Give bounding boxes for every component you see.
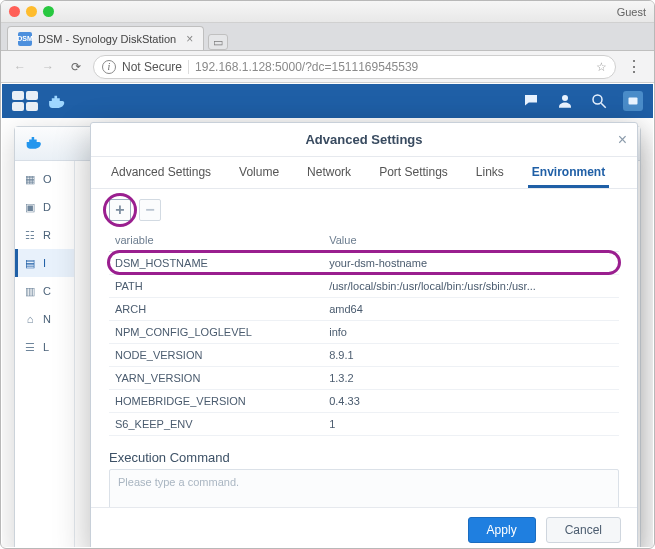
env-value-cell[interactable]: 8.9.1: [323, 344, 619, 367]
col-header-value[interactable]: Value: [323, 229, 619, 252]
sidebar-item-dsm[interactable]: ▣D: [15, 193, 74, 221]
env-variable-cell[interactable]: NODE_VERSION: [109, 344, 323, 367]
registry-icon: ☷: [23, 228, 37, 242]
tab-environment[interactable]: Environment: [528, 159, 609, 188]
url-text: 192.168.1.128:5000/?dc=1511169545539: [188, 60, 418, 74]
env-row[interactable]: S6_KEEP_ENV1: [109, 413, 619, 436]
sidebar-item-registry[interactable]: ☷R: [15, 221, 74, 249]
browser-tab[interactable]: DSM DSM - Synology DiskStation ×: [7, 26, 204, 50]
image-icon: ▤: [23, 256, 37, 270]
sidebar-item-label: O: [43, 173, 52, 185]
svg-point-1: [593, 95, 602, 104]
tab-port-settings[interactable]: Port Settings: [375, 159, 452, 188]
env-value-cell[interactable]: info: [323, 321, 619, 344]
docker-taskbar-icon[interactable]: [46, 91, 70, 111]
network-icon: ⌂: [23, 312, 37, 326]
address-bar[interactable]: i Not Secure 192.168.1.128:5000/?dc=1511…: [93, 55, 616, 79]
docker-logo-icon: [25, 134, 45, 154]
site-info-icon[interactable]: i: [102, 60, 116, 74]
widgets-icon[interactable]: [623, 91, 643, 111]
cancel-button[interactable]: Cancel: [546, 517, 621, 543]
env-row[interactable]: NODE_VERSION8.9.1: [109, 344, 619, 367]
env-variable-cell[interactable]: DSM_HOSTNAME: [109, 252, 323, 275]
env-value-cell[interactable]: 1.3.2: [323, 367, 619, 390]
env-variable-cell[interactable]: S6_KEEP_ENV: [109, 413, 323, 436]
env-variable-cell[interactable]: PATH: [109, 275, 323, 298]
sidebar-item-label: L: [43, 341, 49, 353]
page-viewport: — ▢ × ▦O▣D☷R▤I▥C⌂N☰L 9 MB Advanced Setti…: [2, 84, 653, 547]
execution-command-input[interactable]: Please type a command.: [109, 469, 619, 507]
tab-advanced-settings[interactable]: Advanced Settings: [107, 159, 215, 188]
modal-title: Advanced Settings: [305, 132, 422, 147]
execution-command-heading: Execution Command: [109, 450, 619, 469]
favicon-icon: DSM: [18, 32, 32, 46]
dsm-topbar: [2, 84, 653, 118]
sidebar-item-label: C: [43, 285, 51, 297]
svg-line-2: [601, 103, 606, 108]
advanced-settings-modal: Advanced Settings × Advanced SettingsVol…: [90, 122, 638, 547]
app-launcher-icon[interactable]: [12, 91, 38, 111]
modal-close-button[interactable]: ×: [618, 131, 627, 149]
reload-button[interactable]: ⟳: [65, 56, 87, 78]
browser-menu-icon[interactable]: ⋮: [622, 57, 646, 76]
env-row[interactable]: PATH/usr/local/sbin:/usr/local/bin:/usr/…: [109, 275, 619, 298]
back-button[interactable]: ←: [9, 56, 31, 78]
add-remove-toolbar: + −: [109, 197, 619, 229]
browser-tabstrip: DSM DSM - Synology DiskStation × ▭: [1, 23, 654, 51]
col-header-variable[interactable]: variable: [109, 229, 323, 252]
tab-volume[interactable]: Volume: [235, 159, 283, 188]
tab-close-icon[interactable]: ×: [186, 32, 193, 46]
sidebar-item-label: I: [43, 257, 46, 269]
container-icon: ▥: [23, 284, 37, 298]
forward-button[interactable]: →: [37, 56, 59, 78]
user-icon[interactable]: [555, 91, 575, 111]
bookmark-icon[interactable]: ☆: [596, 60, 607, 74]
grid-icon: ▦: [23, 172, 37, 186]
browser-toolbar: ← → ⟳ i Not Secure 192.168.1.128:5000/?d…: [1, 51, 654, 83]
modal-footer: Apply Cancel: [91, 507, 637, 547]
browser-tab-title: DSM - Synology DiskStation: [38, 33, 176, 45]
sidebar-item-log[interactable]: ☰L: [15, 333, 74, 361]
sidebar-item-network[interactable]: ⌂N: [15, 305, 74, 333]
sidebar-item-label: R: [43, 229, 51, 241]
env-row[interactable]: NPM_CONFIG_LOGLEVELinfo: [109, 321, 619, 344]
new-tab-button[interactable]: ▭: [208, 34, 228, 50]
env-row[interactable]: HOMEBRIDGE_VERSION0.4.33: [109, 390, 619, 413]
sidebar-item-image[interactable]: ▤I: [15, 249, 74, 277]
maximize-window-button[interactable]: [43, 6, 54, 17]
env-variable-cell[interactable]: ARCH: [109, 298, 323, 321]
svg-point-0: [562, 95, 568, 101]
window-titlebar: Guest: [1, 1, 654, 23]
add-row-button[interactable]: +: [109, 199, 131, 221]
chat-icon[interactable]: [521, 91, 541, 111]
env-value-cell[interactable]: /usr/local/sbin:/usr/local/bin:/usr/sbin…: [323, 275, 619, 298]
env-variables-table: variable Value DSM_HOSTNAMEyour-dsm-host…: [109, 229, 619, 436]
tab-links[interactable]: Links: [472, 159, 508, 188]
search-icon[interactable]: [589, 91, 609, 111]
env-value-cell[interactable]: 0.4.33: [323, 390, 619, 413]
dsm-icon: ▣: [23, 200, 37, 214]
env-value-cell[interactable]: 1: [323, 413, 619, 436]
env-value-cell[interactable]: amd64: [323, 298, 619, 321]
env-row[interactable]: ARCHamd64: [109, 298, 619, 321]
env-variable-cell[interactable]: HOMEBRIDGE_VERSION: [109, 390, 323, 413]
env-variable-cell[interactable]: YARN_VERSION: [109, 367, 323, 390]
not-secure-label: Not Secure: [122, 60, 182, 74]
remove-row-button[interactable]: −: [139, 199, 161, 221]
close-window-button[interactable]: [9, 6, 20, 17]
docker-sidebar: ▦O▣D☷R▤I▥C⌂N☰L: [15, 161, 75, 547]
minimize-window-button[interactable]: [26, 6, 37, 17]
sidebar-item-label: D: [43, 201, 51, 213]
apply-button[interactable]: Apply: [468, 517, 536, 543]
env-row[interactable]: DSM_HOSTNAMEyour-dsm-hostname: [109, 252, 619, 275]
modal-header: Advanced Settings ×: [91, 123, 637, 157]
sidebar-item-label: N: [43, 313, 51, 325]
sidebar-item-grid[interactable]: ▦O: [15, 165, 74, 193]
sidebar-item-container[interactable]: ▥C: [15, 277, 74, 305]
env-row[interactable]: YARN_VERSION1.3.2: [109, 367, 619, 390]
env-value-cell[interactable]: your-dsm-hostname: [323, 252, 619, 275]
browser-window: Guest DSM DSM - Synology DiskStation × ▭…: [0, 0, 655, 549]
profile-label[interactable]: Guest: [617, 6, 646, 18]
tab-network[interactable]: Network: [303, 159, 355, 188]
env-variable-cell[interactable]: NPM_CONFIG_LOGLEVEL: [109, 321, 323, 344]
